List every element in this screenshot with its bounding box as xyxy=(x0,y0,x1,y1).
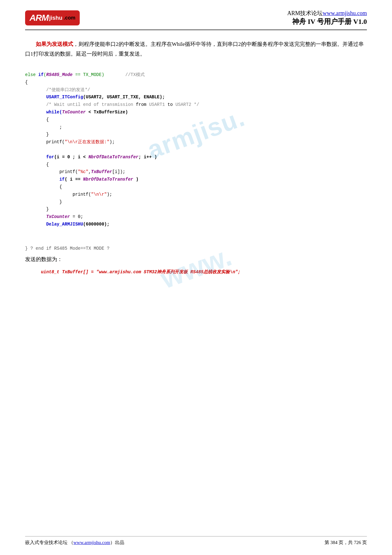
footer-label-left: 嵌入式专业技术论坛 （ xyxy=(25,540,73,545)
logo-jishu: jishu xyxy=(49,15,62,21)
code-line15: if( i == NbrOfDataToTransfer ) xyxy=(25,177,138,182)
code-line20: TxCounter xyxy=(25,214,70,219)
logo-com: .com xyxy=(64,15,75,21)
code-line5: /* Wait until end of transmission from U… xyxy=(25,102,199,107)
code-line11 xyxy=(25,147,28,152)
header: ARM jishu .com ARM技术论坛www.armjishu.com 神… xyxy=(25,9,367,30)
main-content: 如果为发送模式，则程序使能串口2的中断发送。主程序在While循环中等待，直到串… xyxy=(25,36,367,284)
logo-arm: ARM xyxy=(30,13,49,23)
code-line18: } xyxy=(25,199,62,204)
footer-left: 嵌入式专业技术论坛 （www.armjishu.com）出品 xyxy=(25,540,124,546)
code-line3: /*使能串口2的发送*/ xyxy=(25,87,90,92)
code-line6: while(TxCounter < TxBufferSize) xyxy=(25,110,128,115)
header-right: ARM技术论坛www.armjishu.com 神舟 IV 号用户手册 V1.0 xyxy=(287,9,367,26)
code-line17: printf("\n\r"); xyxy=(25,192,112,197)
code-line8: ; xyxy=(25,125,62,130)
footer: 嵌入式专业技术论坛 （www.armjishu.com）出品 第 384 页，共… xyxy=(25,536,367,546)
code-line19: } xyxy=(25,207,49,212)
logo-box: ARM jishu .com xyxy=(25,10,80,25)
code-line21: Delay_ARMJISHU(6000000); xyxy=(25,222,110,227)
code-comment-line: } ? end if RS485 Mode==TX MODE ? xyxy=(25,238,367,253)
code-line13: { xyxy=(25,162,49,167)
send-label: 发送的数据为： xyxy=(25,256,367,263)
logo-area: ARM jishu .com xyxy=(25,10,80,25)
intro-paragraph: 如果为发送模式，则程序使能串口2的中断发送。主程序在While循环中等待，直到串… xyxy=(25,40,367,59)
footer-link[interactable]: www.armjishu.com xyxy=(73,540,110,545)
code-block: else if(RS485_Mode == TX_MODE) //TX模式 { … xyxy=(25,64,367,236)
code-line14: printf("%c",TxBuffer[i]); xyxy=(25,169,125,174)
header-title-line1: ARM技术论坛www.armjishu.com xyxy=(287,9,367,17)
code-line4: USART_ITConfig(USART2, USART_IT_TXE, ENA… xyxy=(25,95,165,100)
tx-buffer-text: uint8_t TxBuffer[] = "www.armjishu.com S… xyxy=(41,269,240,275)
code-line12: for(i = 0 ; i < NbrOfDataToTransfer; i++… xyxy=(25,155,157,160)
send-label-text: 发送的数据为： xyxy=(25,256,62,262)
site-url-link[interactable]: www.armjishu.com xyxy=(323,10,367,16)
footer-page-info: 第 384 页，共 726 页 xyxy=(325,540,367,546)
intro-bold: 如果为发送模式 xyxy=(36,41,73,47)
code-line9: } xyxy=(25,132,49,137)
site-label: ARM技术论坛 xyxy=(287,10,323,16)
code-line10: printf("\n\r正在发送数据:"); xyxy=(25,139,115,144)
code-line2: { xyxy=(25,80,28,85)
intro-rest: ，则程序使能串口2的中断发送。主程序在While循环中等待，直到串口2的中断服务… xyxy=(25,41,364,57)
code-line1: else if(RS485_Mode == TX_MODE) //TX模式 xyxy=(25,72,145,77)
tx-buffer-line: uint8_t TxBuffer[] = "www.armjishu.com S… xyxy=(25,264,367,280)
footer-label-right: ）出品 xyxy=(110,540,124,545)
code-line7: { xyxy=(25,117,49,122)
code-line16: { xyxy=(25,184,62,189)
page-container: ARM jishu .com ARM技术论坛www.armjishu.com 神… xyxy=(0,0,392,555)
header-title-line2: 神舟 IV 号用户手册 V1.0 xyxy=(287,17,367,26)
